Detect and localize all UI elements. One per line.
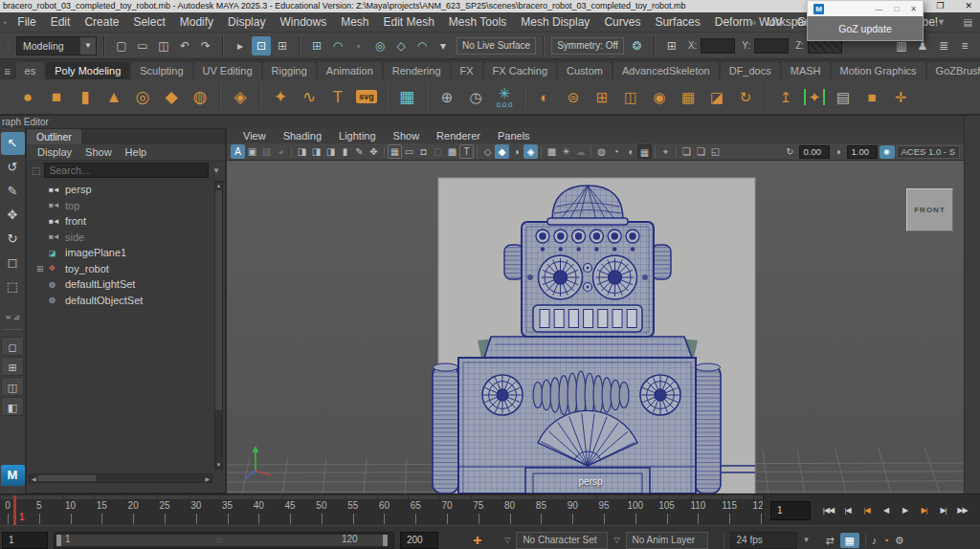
delete-history-icon[interactable]: ◷ (461, 80, 490, 113)
snap-magnet-icon[interactable]: ❂ (628, 36, 647, 55)
boolean-icon[interactable]: ◫ (616, 80, 645, 113)
x-input[interactable] (701, 38, 735, 54)
scrollbar-thumb[interactable] (38, 475, 96, 481)
fill-hole-icon[interactable]: ▦ (674, 80, 702, 113)
menu-edit[interactable]: Edit (43, 12, 78, 32)
snap-projected-center-icon[interactable]: ◎ (370, 36, 390, 55)
play-forwards-button[interactable]: ▶ (896, 501, 914, 520)
select-component-icon[interactable]: ⊞ (273, 36, 292, 55)
shelf-tab-motion-graphics[interactable]: Motion Graphics (832, 62, 925, 79)
character-set-field[interactable]: No Character Set (516, 532, 608, 549)
menu-mesh-tools[interactable]: Mesh Tools (441, 12, 513, 32)
select-highlight-icon[interactable]: A (231, 144, 245, 159)
popup-close-button[interactable]: ✕ (910, 2, 917, 16)
snapshot-icon[interactable]: ◱ (708, 144, 723, 159)
outliner-persp-layout-button[interactable]: ◧ (1, 397, 24, 416)
menu-overflow-icon[interactable]: » (750, 16, 756, 28)
viewport-canvas[interactable]: FRONT persp (227, 161, 964, 494)
shelf-tab-custom[interactable]: Custom (558, 62, 612, 79)
go-to-end-button[interactable]: ▶▶ (953, 501, 971, 520)
image-plane-icon[interactable]: ✎ (352, 144, 367, 159)
move-tool[interactable]: ✥ (1, 204, 25, 227)
search-dropdown-icon[interactable]: ▼ (212, 166, 220, 175)
shelf-tab-mash[interactable]: MASH (782, 62, 830, 79)
combine-icon[interactable]: ⊞ (588, 80, 616, 113)
fps-dropdown-icon[interactable]: ▼ (803, 532, 811, 549)
outliner-menu-show[interactable]: Show (80, 144, 117, 160)
playback-start-field[interactable]: 1 (2, 532, 48, 549)
isolate-select-icon[interactable]: ◇ (480, 144, 495, 159)
close-button[interactable]: ✕ (965, 0, 972, 12)
field-chart-icon[interactable]: ▩ (445, 144, 459, 159)
open-scene-icon[interactable]: ▭ (133, 36, 152, 55)
shadows-icon[interactable]: ☁ (573, 144, 588, 159)
scale-tool[interactable]: ◻ (1, 252, 25, 274)
step-forward-key-button[interactable]: ▶| (915, 501, 933, 520)
outliner-horizontal-scrollbar[interactable]: ◀ ▶ (29, 473, 212, 483)
multi-cut-icon[interactable]: ◪ (702, 80, 731, 113)
multi-component-icon[interactable]: ✛ (886, 80, 915, 113)
range-slider[interactable]: 1 ∷ 120 (54, 532, 394, 549)
front-view-button[interactable]: FRONT (906, 188, 953, 231)
poly-cone-icon[interactable]: ▲ (100, 80, 128, 113)
menu-edit-mesh[interactable]: Edit Mesh (376, 12, 441, 32)
workspace-dropdown-icon[interactable]: ▼ (937, 17, 946, 27)
goz-update-button[interactable]: GoZ update (807, 16, 924, 41)
outliner-menu-help[interactable]: Help (121, 144, 152, 160)
color-management-toggle[interactable]: ◉ (880, 145, 895, 159)
pan-zoom-icon[interactable]: ✥ (367, 144, 381, 159)
exposure-icon[interactable]: ↻ (784, 146, 797, 157)
scroll-up-icon[interactable]: ▲ (216, 182, 222, 189)
colorspace-field[interactable]: ACES 1.0 - S (897, 145, 961, 159)
single-pane-layout-button[interactable]: ◻ (1, 337, 24, 356)
range-grip-icon[interactable]: ∷ (217, 537, 223, 545)
gate-mask-icon[interactable]: ▢ (431, 144, 445, 159)
set-key-icon[interactable]: ✚ (473, 532, 481, 549)
svg-tool-icon[interactable]: svg (352, 80, 381, 113)
mash-network-icon[interactable]: ▦ (392, 80, 421, 113)
grid-input-icon[interactable]: ⊞ (662, 36, 681, 55)
pivot-dim-icon[interactable]: ◕ (274, 144, 288, 159)
viewport-menu-lighting[interactable]: Lighting (330, 128, 385, 143)
save-scene-icon[interactable]: ◫ (154, 36, 173, 55)
outliner-item-defaultlightset[interactable]: ◍defaultLightSet (27, 276, 225, 293)
fps-field[interactable]: 24 fps (730, 532, 797, 549)
lasso-tool[interactable]: ↺ (1, 156, 25, 179)
camera-settings-icon[interactable]: ◨ (323, 144, 338, 159)
character-set-arrow-icon[interactable]: ▽ (504, 532, 510, 549)
quad-draw-icon[interactable]: ▤ (829, 80, 858, 113)
snap-grid-icon[interactable]: ⊞ (307, 36, 326, 55)
channel-box-icon[interactable]: ≣ (934, 36, 953, 55)
shelf-tab-advancedskeleton[interactable]: AdvancedSkeleton (613, 62, 719, 79)
two-pane-layout-button[interactable]: ◫ (1, 377, 24, 396)
live-surface-field[interactable]: No Live Surface (457, 37, 536, 55)
poly-disc-icon[interactable]: ◍ (186, 80, 214, 113)
search-filter-icon[interactable]: ⬚ (32, 165, 40, 176)
dof-icon[interactable]: ◖ (623, 144, 637, 159)
camera-lock-icon[interactable]: ◨ (309, 144, 323, 159)
menu-mesh[interactable]: Mesh (334, 12, 376, 32)
animation-prefs-clock-icon[interactable]: ◔ (882, 532, 889, 549)
center-pivot-icon[interactable]: ⊕ (433, 80, 461, 113)
popup-minimize-button[interactable]: — (875, 2, 882, 16)
time-slider[interactable]: 0510152025303540455055606570758085909510… (0, 494, 980, 525)
undo-icon[interactable]: ↶ (175, 36, 194, 55)
menu-create[interactable]: Create (78, 12, 126, 32)
camera-icon[interactable]: ◨ (295, 144, 309, 159)
menu-display[interactable]: Display (221, 12, 273, 32)
step-forward-frame-button[interactable]: ▶| (934, 501, 952, 520)
menu-modify[interactable]: Modify (172, 12, 220, 32)
snap-small-icon[interactable]: ⊿ (13, 313, 20, 321)
menu-select[interactable]: Select (126, 12, 172, 32)
poly-cylinder-icon[interactable]: ▮ (71, 80, 100, 113)
snap-point-icon[interactable]: ◦ (349, 36, 368, 55)
viewport-menu-view[interactable]: View (234, 128, 275, 143)
shelf-tab-sculpting[interactable]: Sculpting (131, 62, 191, 79)
outliner-item-defaultobjectset[interactable]: ◍defaultObjectSet (27, 293, 225, 309)
range-start-handle[interactable] (56, 535, 61, 546)
viewport-menu-show[interactable]: Show (385, 128, 429, 143)
current-frame-field[interactable]: 1 (770, 501, 811, 520)
current-time-indicator[interactable] (13, 495, 16, 525)
select-hierarchy-icon[interactable]: ▸ (231, 36, 250, 55)
gamma-input[interactable]: 1.00 (847, 145, 878, 159)
